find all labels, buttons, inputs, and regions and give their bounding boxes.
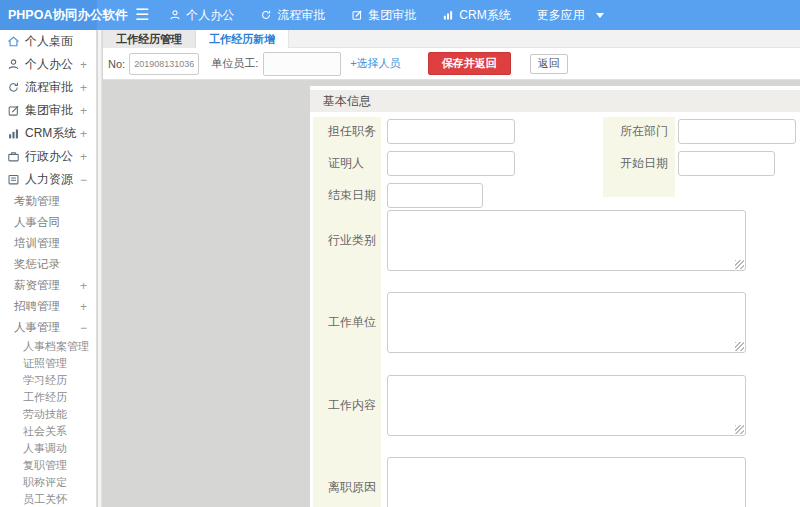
collapse-icon[interactable]: −: [80, 321, 87, 335]
sidebar-item-label: 员工关怀: [23, 492, 67, 507]
sidebar-item-label: 奖惩记录: [14, 257, 60, 272]
save-and-return-button[interactable]: 保存并返回: [428, 52, 511, 75]
sidebar-item-group-approval[interactable]: 集团审批 +: [0, 99, 96, 122]
sidebar-item-personnel[interactable]: 人事管理−: [0, 317, 96, 338]
expand-icon[interactable]: +: [80, 150, 87, 164]
industry-textarea-wrap: [387, 210, 746, 271]
app-logo: PHPOA协同办公软件: [0, 0, 97, 30]
sidebar-item-rewards[interactable]: 奖惩记录: [0, 254, 96, 275]
nav-label: 集团审批: [368, 7, 416, 24]
sidebar-item-label: 劳动技能: [23, 407, 67, 422]
edit-icon: [7, 104, 20, 117]
top-nav: 个人办公 流程审批 集团审批 CRM系统 更多应用: [169, 7, 629, 24]
app-window: PHPOA协同办公软件 ☰ 个人办公 流程审批 集团审批 CRM系统 更多应用: [0, 0, 800, 507]
expand-icon[interactable]: +: [80, 104, 87, 118]
leave-reason-label: 离职原因: [328, 457, 376, 507]
nav-crm-system[interactable]: CRM系统: [442, 7, 510, 24]
sidebar-item-label: 行政办公: [25, 148, 73, 165]
sidebar-item-personnel-files[interactable]: 人事档案管理: [0, 338, 96, 355]
sidebar-item-label: 复职管理: [23, 458, 67, 473]
sidebar-scrollbar[interactable]: [98, 30, 102, 507]
toolbar: No: 单位员工: +选择人员 保存并返回 返回: [103, 48, 800, 80]
section-header: 基本信息: [310, 90, 800, 112]
sidebar-item-label: 人事调动: [23, 441, 67, 456]
end-date-label: 结束日期: [328, 183, 376, 208]
main-area: 工作经历管理 工作经历新增 No: 单位员工: +选择人员 保存并返回 返回 基…: [103, 30, 800, 507]
sidebar-item-education-history[interactable]: 学习经历: [0, 372, 96, 389]
sidebar-item-reinstatement[interactable]: 复职管理: [0, 457, 96, 474]
sidebar-item-crm[interactable]: CRM系统 +: [0, 122, 96, 145]
employee-input[interactable]: [263, 52, 341, 76]
sidebar-item-label: 人事档案管理: [23, 339, 89, 354]
sidebar-item-title-evaluation[interactable]: 职称评定: [0, 474, 96, 491]
sidebar-item-label: 学习经历: [23, 373, 67, 388]
industry-textarea[interactable]: [387, 210, 746, 271]
no-input[interactable]: [129, 53, 199, 75]
nav-group-approval[interactable]: 集团审批: [351, 7, 416, 24]
tab-work-history-new[interactable]: 工作经历新增: [196, 30, 289, 48]
sidebar-item-label: 人力资源: [25, 171, 73, 188]
sidebar-item-social-relations[interactable]: 社会关系: [0, 423, 96, 440]
sidebar-item-recruit[interactable]: 招聘管理+: [0, 296, 96, 317]
department-input[interactable]: [678, 119, 796, 144]
hamburger-menu-icon[interactable]: ☰: [135, 0, 149, 30]
briefcase-icon: [7, 150, 20, 163]
sidebar-item-personal-desktop[interactable]: 个人桌面: [0, 30, 96, 53]
sidebar-item-label: 考勤管理: [14, 194, 60, 209]
chart-icon: [7, 127, 20, 140]
user-icon: [169, 9, 181, 21]
work-content-textarea[interactable]: [387, 375, 746, 436]
sidebar-item-work-history[interactable]: 工作经历: [0, 389, 96, 406]
nav-more-apps[interactable]: 更多应用: [537, 7, 604, 24]
sidebar-item-attendance[interactable]: 考勤管理: [0, 191, 96, 212]
sidebar-item-salary[interactable]: 薪资管理+: [0, 275, 96, 296]
work-content-textarea-wrap: [387, 375, 746, 436]
sidebar: 个人桌面 个人办公 + 流程审批 + 集团审批 + CRM系统 + 行政办公 +: [0, 30, 97, 507]
sidebar-item-personal-office[interactable]: 个人办公 +: [0, 53, 96, 76]
sidebar-item-hr-contract[interactable]: 人事合同: [0, 212, 96, 233]
content-area: 基本信息 担任职务 所在部门 证明人 开始日期 结束日期 行业类别 工作: [103, 80, 800, 507]
sidebar-item-labor-skills[interactable]: 劳动技能: [0, 406, 96, 423]
expand-icon[interactable]: +: [80, 58, 87, 72]
end-date-input[interactable]: [387, 183, 483, 208]
nav-label: 流程审批: [277, 7, 325, 24]
sidebar-item-label: 人事管理: [14, 320, 60, 335]
sidebar-item-training[interactable]: 培训管理: [0, 233, 96, 254]
certifier-input[interactable]: [387, 151, 515, 176]
chart-icon: [442, 9, 454, 21]
sidebar-item-certificates[interactable]: 证照管理: [0, 355, 96, 372]
sidebar-item-admin-office[interactable]: 行政办公 +: [0, 145, 96, 168]
sidebar-item-workflow-approval[interactable]: 流程审批 +: [0, 76, 96, 99]
tab-work-history-manage[interactable]: 工作经历管理: [103, 30, 196, 48]
user-icon: [7, 58, 20, 71]
sidebar-item-label: 集团审批: [25, 102, 73, 119]
edit-icon: [351, 9, 363, 21]
work-unit-textarea[interactable]: [387, 292, 746, 353]
sidebar-item-personnel-transfer[interactable]: 人事调动: [0, 440, 96, 457]
sidebar-item-label: 人事合同: [14, 215, 60, 230]
nav-workflow-approval[interactable]: 流程审批: [260, 7, 325, 24]
expand-icon[interactable]: +: [80, 81, 87, 95]
expand-icon[interactable]: +: [80, 279, 87, 293]
leave-reason-textarea[interactable]: [387, 457, 746, 507]
return-button[interactable]: 返回: [530, 54, 568, 74]
sidebar-item-label: 个人桌面: [25, 33, 73, 50]
collapse-icon[interactable]: −: [80, 173, 87, 187]
start-date-input[interactable]: [678, 151, 775, 176]
sidebar-item-label: 职称评定: [23, 475, 67, 490]
position-input[interactable]: [387, 119, 515, 144]
nav-label: 更多应用: [537, 7, 585, 24]
nav-personal-office[interactable]: 个人办公: [169, 7, 234, 24]
expand-icon[interactable]: +: [80, 127, 87, 141]
sidebar-item-label: CRM系统: [25, 125, 76, 142]
sidebar-item-employee-care[interactable]: 员工关怀: [0, 491, 96, 507]
select-person-link[interactable]: +选择人员: [350, 56, 400, 71]
sidebar-item-label: 社会关系: [23, 424, 67, 439]
sidebar-item-hr[interactable]: 人力资源 −: [0, 168, 96, 191]
sidebar-item-label: 招聘管理: [14, 299, 60, 314]
flow-icon: [7, 81, 20, 94]
expand-icon[interactable]: +: [80, 300, 87, 314]
hr-icon: [7, 173, 20, 186]
home-icon: [7, 35, 20, 48]
caret-down-icon: [596, 13, 604, 18]
